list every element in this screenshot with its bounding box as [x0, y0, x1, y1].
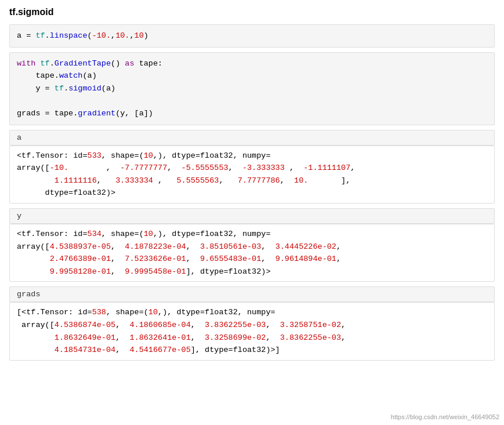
output-a: <tf.Tensor: id=533, shape=(10,), dtype=f…	[9, 146, 495, 204]
label-grads: grads	[9, 286, 495, 302]
output-y: <tf.Tensor: id=534, shape=(10,), dtype=f…	[9, 224, 495, 282]
code-block-1: a = tf.linspace(-10.,10.,10)	[9, 24, 495, 48]
code-block-2: with tf.GradientTape() as tape: tape.wat…	[9, 52, 495, 125]
page-title: tf.sigmoid	[9, 7, 495, 17]
label-y: y	[9, 208, 495, 224]
output-grads: [<tf.Tensor: id=538, shape=(10,), dtype=…	[9, 302, 495, 360]
label-a: a	[9, 130, 495, 146]
